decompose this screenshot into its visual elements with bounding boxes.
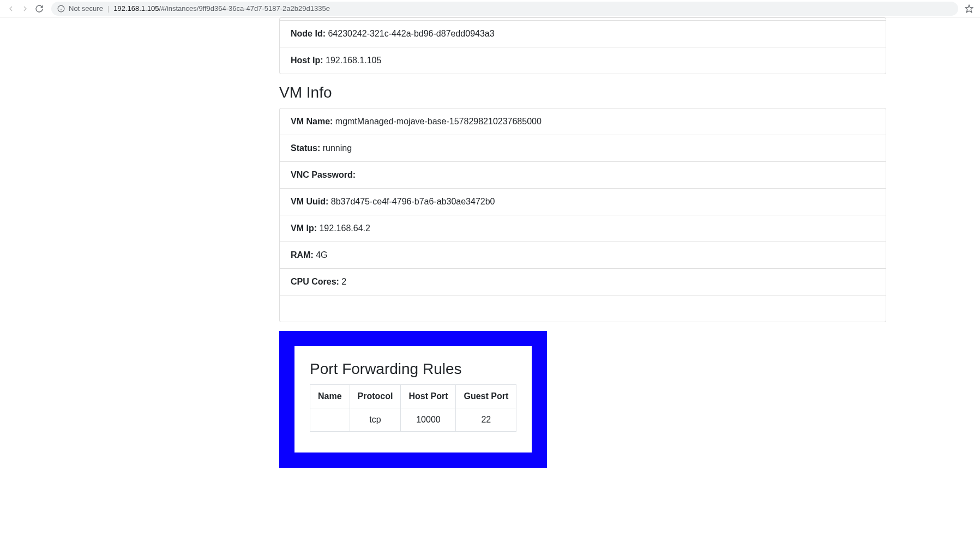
field-value: Monday, January 6, 2020 at 10:10:07 AM G… [326, 18, 534, 20]
list-item: VM Name: mgmtManaged-mojave-base-1578298… [280, 108, 886, 135]
field-label: Host Ip: [291, 56, 323, 65]
list-item [280, 295, 886, 322]
cell-host-port: 10000 [401, 408, 456, 432]
list-item: Host Ip: 192.168.1.105 [280, 47, 886, 74]
instance-info-list: Created: Monday, January 6, 2020 at 10:1… [279, 17, 886, 74]
browser-toolbar: Not secure | 192.168.1.105/#/instances/9… [0, 0, 980, 17]
list-item: CPU Cores: 2 [280, 268, 886, 295]
section-title-port-rules: Port Forwarding Rules [310, 360, 516, 378]
field-label: Created: [291, 18, 326, 20]
url-path: /#/instances/9ff9d364-36ca-47d7-5187-2a2… [159, 4, 329, 13]
table-header-row: Name Protocol Host Port Guest Port [310, 385, 516, 408]
list-item: VM Uuid: 8b37d475-ce4f-4796-b7a6-ab30ae3… [280, 188, 886, 215]
field-value: 64230242-321c-442a-bd96-d87edd0943a3 [328, 29, 494, 38]
field-label: RAM: [291, 250, 314, 260]
list-item: Node Id: 64230242-321c-442a-bd96-d87edd0… [280, 20, 886, 47]
field-value: 8b37d475-ce4f-4796-b7a6-ab30ae3472b0 [331, 197, 495, 206]
forward-icon[interactable] [19, 2, 32, 15]
field-label: Status: [291, 143, 320, 153]
bookmark-icon[interactable] [963, 2, 976, 15]
field-label: Node Id: [291, 29, 326, 38]
field-label: VNC Password: [291, 170, 356, 179]
field-value: 4G [316, 250, 327, 260]
field-label: VM Name: [291, 117, 333, 126]
field-value: 2 [341, 277, 346, 286]
field-value: 192.168.1.105 [326, 56, 381, 65]
list-item: VNC Password: [280, 161, 886, 188]
field-label: VM Ip: [291, 224, 317, 233]
field-value [291, 304, 293, 313]
svg-marker-3 [965, 5, 972, 12]
address-bar[interactable]: Not secure | 192.168.1.105/#/instances/9… [51, 2, 958, 16]
not-secure-label: Not secure [69, 4, 103, 13]
col-protocol: Protocol [350, 385, 401, 408]
port-forwarding-highlight: Port Forwarding Rules Name Protocol Host… [279, 331, 547, 468]
field-value: running [323, 143, 352, 153]
col-name: Name [310, 385, 350, 408]
list-item: Status: running [280, 135, 886, 161]
col-guest-port: Guest Port [456, 385, 516, 408]
reload-icon[interactable] [33, 2, 46, 15]
vm-info-list: VM Name: mgmtManaged-mojave-base-1578298… [279, 108, 886, 322]
field-label: VM Uuid: [291, 197, 328, 206]
cell-protocol: tcp [350, 408, 401, 432]
cell-guest-port: 22 [456, 408, 516, 432]
table-row: tcp 10000 22 [310, 408, 516, 432]
field-value: mgmtManaged-mojave-base-1578298210237685… [335, 117, 542, 126]
field-label: CPU Cores: [291, 277, 339, 286]
col-host-port: Host Port [401, 385, 456, 408]
address-separator: | [107, 4, 109, 13]
back-icon[interactable] [4, 2, 17, 15]
port-rules-table: Name Protocol Host Port Guest Port tcp 1… [310, 384, 516, 432]
list-item: VM Ip: 192.168.64.2 [280, 215, 886, 242]
field-value: 192.168.64.2 [319, 224, 370, 233]
info-icon [57, 4, 65, 13]
list-item: RAM: 4G [280, 242, 886, 268]
cell-name [310, 408, 350, 432]
url-host: 192.168.1.105 [113, 4, 159, 13]
section-title-vm-info: VM Info [279, 84, 886, 101]
